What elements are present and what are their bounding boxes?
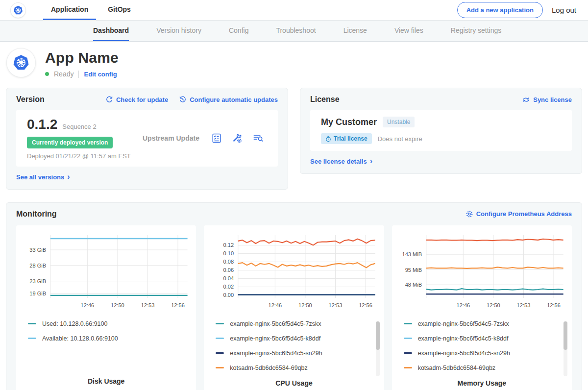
see-all-versions-link[interactable]: See all versions › [16,173,70,181]
tab-troubleshoot[interactable]: Troubleshoot [276,21,316,41]
chevron-right-icon: › [67,173,70,181]
configure-prometheus-label: Configure Prometheus Address [476,210,572,218]
tab-dashboard[interactable]: Dashboard [93,21,129,41]
cards-row: Version Check for update Configure au [0,86,588,190]
deployed-timestamp: Deployed 01/21/22 @ 11:57 am EST [27,152,141,160]
refresh-icon [105,96,113,103]
config-wrench-icon[interactable] [232,133,243,144]
memory-usage-legend: example-nginx-5bc6f5d4c5-7zskxexample-ng… [404,320,567,379]
legend-item: Used: 10.128.0.66:9100 [28,320,191,327]
legend-item: example-nginx-5bc6f5d4c5-sn29h [404,350,567,357]
legend-item: example-nginx-5bc6f5d4c5-k8ddf [404,335,567,342]
cpu-usage-chart-card: 0.120.100.080.060.040.020.0012:4612:5012… [204,225,384,390]
y-axis-tick-label: 143 MiB [402,251,422,257]
tab-gitops[interactable]: GitOps [100,0,139,20]
sync-license-link[interactable]: Sync license [522,96,572,103]
cpu-usage-plot: 0.120.100.080.060.040.020.0012:4612:5012… [209,229,379,316]
tab-config-label: Config [229,26,248,34]
scrollbar-thumb[interactable] [376,321,380,350]
configure-automatic-updates-link[interactable]: Configure automatic updates [179,96,278,103]
tab-license[interactable]: License [343,21,367,41]
legend-label: example-nginx-5bc6f5d4c5-k8ddf [418,335,509,342]
legend-item: example-nginx-5bc6f5d4c5-k8ddf [216,335,379,342]
x-axis-tick-label: 12:50 [111,302,124,308]
page-title: App Name [45,49,119,66]
legend-label: Used: 10.128.0.66:9100 [42,320,107,327]
legend-color-dash [404,338,412,339]
app-header: App Name Ready Edit config [0,42,588,86]
x-axis-tick-label: 12:50 [298,302,312,308]
deploy-logs-icon[interactable] [252,133,264,144]
tab-registry-settings-label: Registry settings [451,26,501,34]
y-axis-tick-label: 28 GiB [29,262,46,268]
version-card: Version Check for update Configure au [6,88,288,190]
version-source: Upstream Update [141,134,211,142]
x-axis-tick-label: 12:46 [80,302,94,308]
license-card: License Sync license My Customer Unstabl… [300,88,582,174]
tab-registry-settings[interactable]: Registry settings [451,21,501,41]
legend-item: example-nginx-5bc6f5d4c5-sn29h [216,350,379,357]
cpu-chart-svg: 0.120.100.080.060.040.020.0012:4612:5012… [209,229,379,314]
top-nav-right: Add a new application Log out [457,0,576,20]
x-axis-tick-label: 12:56 [359,302,372,308]
legend-color-dash [216,352,224,354]
legend-scrollbar[interactable] [376,321,380,376]
y-axis-tick-label: 19 GiB [29,290,46,296]
trial-license-label: Trial license [334,135,368,142]
series-line [426,239,563,240]
disk-usage-chart-card: 33 GiB28 GiB23 GiB19 GiB12:4612:5012:531… [16,225,196,390]
chart-title: Memory Usage [397,379,567,389]
disk-usage-legend: Used: 10.128.0.66:9100Available: 10.128.… [28,320,191,350]
stopwatch-icon [325,136,331,142]
monitoring-title: Monitoring [16,210,57,219]
tab-application[interactable]: Application [43,0,96,20]
version-number: 0.1.2 [27,117,57,132]
legend-color-dash [216,338,224,339]
license-expiry: Does not expire [378,135,422,143]
y-axis-tick-label: 95 MiB [405,267,421,272]
scrollbar-thumb[interactable] [564,321,567,350]
legend-color-dash [404,352,412,354]
tab-version-history[interactable]: Version history [156,21,201,41]
legend-label: example-nginx-5bc6f5d4c5-7zskx [230,320,321,327]
cpu-usage-legend: example-nginx-5bc6f5d4c5-7zskxexample-ng… [216,320,379,379]
tab-troubleshoot-label: Troubleshoot [276,26,316,34]
series-line [238,239,375,245]
edit-config-link[interactable]: Edit config [84,71,117,78]
app-icon [7,49,35,77]
legend-item: example-nginx-5bc6f5d4c5-7zskx [404,320,567,327]
memory-chart-svg: 143 MiB95 MiB48 MiB12:4612:5012:5312:56 [397,229,567,314]
legend-item: example-nginx-5bc6f5d4c5-7zskx [216,320,379,327]
customer-name: My Customer [321,117,377,127]
see-all-versions-label: See all versions [16,173,64,181]
see-license-details-link[interactable]: See license details › [310,157,372,165]
x-axis-tick-label: 12:53 [329,302,343,308]
tab-view-files[interactable]: View files [394,21,423,41]
legend-color-dash [28,338,36,339]
tab-view-files-label: View files [394,26,423,34]
add-new-application-button[interactable]: Add a new application [457,2,543,18]
y-axis-tick-label: 0.12 [223,242,234,248]
preflight-checklist-icon[interactable] [211,133,222,144]
sync-license-label: Sync license [533,96,572,103]
memory-usage-chart-card: 143 MiB95 MiB48 MiB12:4612:5012:5312:56 … [392,225,572,390]
tab-config[interactable]: Config [229,21,248,41]
trial-license-badge: Trial license [321,133,372,144]
x-axis-tick-label: 12:53 [516,302,530,308]
kubernetes-logo [11,3,25,18]
clock-refresh-icon [179,96,187,103]
app-subnav: Dashboard Version history Config Trouble… [0,21,588,42]
y-axis-tick-label: 0.00 [223,292,234,298]
legend-label: kotsadm-5db6dc6584-69qbz [418,365,495,371]
configure-prometheus-link[interactable]: Configure Prometheus Address [466,210,572,218]
y-axis-tick-label: 0.08 [223,259,234,265]
memory-usage-plot: 143 MiB95 MiB48 MiB12:4612:5012:5312:56 [397,229,567,316]
logout-button[interactable]: Log out [552,6,576,14]
check-for-update-link[interactable]: Check for update [105,96,168,103]
tab-application-label: Application [51,5,88,13]
top-nav-tabs: Application GitOps [43,0,139,20]
chevron-right-icon: › [370,157,372,165]
y-axis-tick-label: 0.06 [223,267,234,273]
legend-scrollbar[interactable] [564,321,567,376]
currently-deployed-badge: Currently deployed version [27,137,113,148]
